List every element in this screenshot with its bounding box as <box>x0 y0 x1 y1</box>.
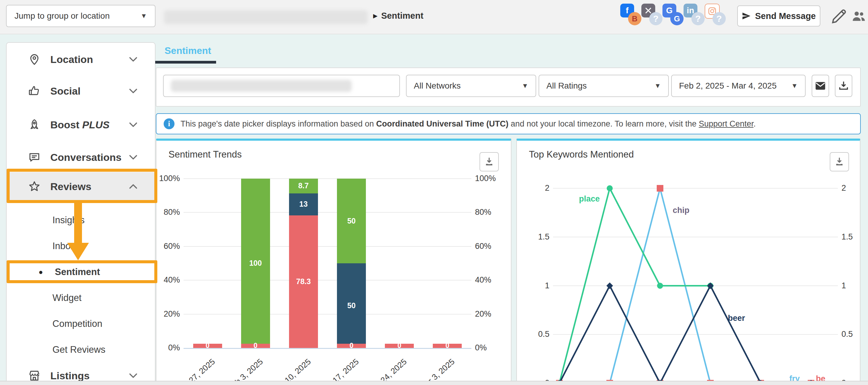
network-filter-select[interactable]: All Networks ▼ <box>406 75 536 97</box>
top-bar: Jump to group or location ▼ ▶ Sentiment … <box>0 0 868 34</box>
sidebar-item-label: Social <box>50 85 81 97</box>
marker-place <box>607 185 613 191</box>
line-plot-svg <box>517 141 860 385</box>
bar-value-label: 8.7 <box>289 181 318 190</box>
sidebar-subitem-label: Competition <box>53 318 102 329</box>
series-label-place: place <box>579 194 600 204</box>
rocket-icon <box>28 118 41 131</box>
sidebar-subitem-label: Get Reviews <box>53 344 105 355</box>
y-axis-label: 2 <box>517 184 550 193</box>
jump-to-group-label: Jump to group or location <box>14 11 110 21</box>
storefront-icon <box>28 369 41 382</box>
chevron-down-icon: ▼ <box>791 82 798 90</box>
people-icon[interactable] <box>851 8 867 24</box>
bar-value-label: 50 <box>337 301 366 310</box>
horizontal-scrollbar[interactable] <box>0 381 868 385</box>
y-axis-label: 0.5 <box>517 329 550 339</box>
chevron-down-icon <box>127 151 140 164</box>
line-plot: 221.51.5110.50.500chipbefryplacebeer <box>517 141 860 385</box>
avatar: B <box>628 12 641 25</box>
y-axis-label-right: 60% <box>475 242 508 251</box>
annotation-arrow-head <box>67 243 89 260</box>
breadcrumb: ▶ Sentiment <box>373 11 424 21</box>
app-root: Jump to group or location ▼ ▶ Sentiment … <box>0 0 868 385</box>
annotation-box-reviews <box>7 169 157 203</box>
x-axis-line <box>184 348 471 349</box>
sidebar-subitem-competition[interactable]: Competition <box>7 311 154 337</box>
chevron-down-icon <box>127 369 140 382</box>
breadcrumb-arrow-icon: ▶ <box>373 12 378 19</box>
sidebar-subitem-get-reviews[interactable]: Get Reviews <box>7 337 154 363</box>
question-badge-icon: ? <box>691 12 705 25</box>
utc-info-banner: i This page's date picker displays infor… <box>156 113 861 134</box>
sidebar-item-conversations[interactable]: Conversations <box>7 143 154 172</box>
gridline <box>184 246 471 247</box>
chevron-down-icon: ▼ <box>654 82 661 90</box>
thumbs-up-icon <box>28 84 41 98</box>
sidebar-item-label: Listings <box>50 370 90 382</box>
marker-beer <box>707 283 714 289</box>
marker-beer <box>607 283 613 289</box>
date-range-value: Feb 2, 2025 - Mar 4, 2025 <box>679 81 777 91</box>
bar-zero-label: 0 <box>433 342 462 350</box>
chevron-down-icon: ▼ <box>141 12 147 20</box>
breadcrumb-redacted <box>164 10 368 24</box>
google-badge-icon: G <box>670 12 684 25</box>
y-axis-label-left: 0% <box>156 343 180 352</box>
email-report-button[interactable] <box>812 75 829 97</box>
series-label-beer: beer <box>728 314 745 323</box>
network-filter-value: All Networks <box>414 81 461 91</box>
breadcrumb-current: Sentiment <box>381 11 424 21</box>
sidebar-subitem-label: Widget <box>53 292 82 303</box>
y-axis-label-left: 100% <box>156 174 180 183</box>
sidebar-subitem-widget[interactable]: Widget <box>7 285 154 311</box>
y-axis-label-right: 20% <box>475 310 508 319</box>
gridline <box>184 178 471 179</box>
send-message-button[interactable]: Send Message <box>737 5 820 27</box>
marker-chip <box>657 185 663 192</box>
pencil-icon[interactable] <box>831 8 847 25</box>
filter-bar: All Networks ▼ All Ratings ▼ Feb 2, 2025… <box>156 67 861 107</box>
chevron-down-icon: ▼ <box>522 82 528 90</box>
ratings-filter-value: All Ratings <box>547 81 587 91</box>
send-message-label: Send Message <box>755 11 815 21</box>
download-report-button[interactable] <box>835 75 852 97</box>
support-center-link[interactable]: Support Center <box>699 119 753 128</box>
top-keywords-card: Top Keywords Mentioned 221.51.5110.50.50… <box>516 138 861 385</box>
y-axis-label-right: 100% <box>475 174 508 183</box>
location-pin-icon <box>28 53 41 66</box>
y-axis-label: 1.5 <box>517 232 550 242</box>
search-input[interactable] <box>163 75 400 97</box>
y-axis-label-left: 60% <box>156 242 180 251</box>
marker-place <box>657 283 663 289</box>
y-axis-label: 1 <box>517 281 550 290</box>
date-range-select[interactable]: Feb 2, 2025 - Mar 4, 2025 ▼ <box>671 75 806 97</box>
jump-to-group-dropdown[interactable]: Jump to group or location ▼ <box>6 5 156 27</box>
paper-plane-icon <box>742 11 751 21</box>
sidebar-item-label: Location <box>50 54 93 65</box>
chat-bubble-icon <box>28 151 41 164</box>
sidebar-item-location[interactable]: Location <box>7 45 154 74</box>
gridline <box>184 280 471 281</box>
tab-active-underline <box>155 61 216 64</box>
y-axis-label-left: 40% <box>156 275 180 285</box>
y-axis-label: 0.5 <box>841 329 860 339</box>
network-icon-cluster: fB?GGin?? <box>620 4 735 31</box>
network-account-instagram[interactable]: ? <box>705 4 731 28</box>
annotation-box-sentiment <box>7 260 157 283</box>
y-axis-label-left: 20% <box>156 310 180 319</box>
tab-sentiment[interactable]: Sentiment <box>164 45 211 56</box>
gridline <box>184 314 471 315</box>
ratings-filter-select[interactable]: All Ratings ▼ <box>538 75 669 97</box>
bar-value-label: 50 <box>337 217 366 225</box>
y-axis-label: 1 <box>841 281 860 290</box>
sidebar-item-social[interactable]: Social <box>7 76 154 105</box>
envelope-icon <box>815 80 826 92</box>
series-label-chip: chip <box>673 206 689 215</box>
bar-plot: 100%100%80%80%60%60%40%40%20%20%0%0%0Mon… <box>156 141 511 385</box>
y-axis-label: 1.5 <box>841 232 860 242</box>
sidebar-item-label: Boost PLUS <box>50 119 110 131</box>
chevron-down-icon <box>127 53 140 66</box>
gridline <box>184 212 471 213</box>
sidebar-item-boost[interactable]: Boost PLUS <box>7 110 154 139</box>
